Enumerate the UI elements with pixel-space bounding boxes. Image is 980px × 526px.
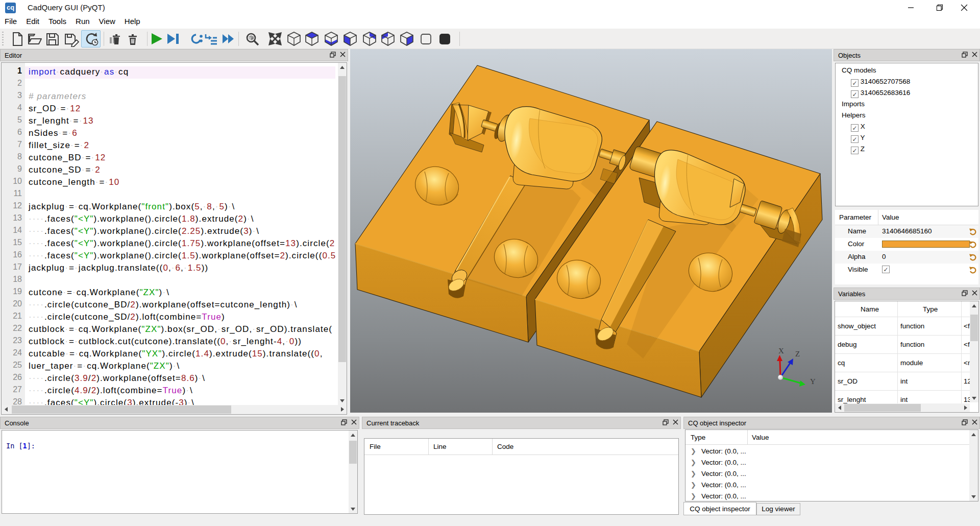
tree-item-z[interactable]: ✓ Z	[851, 145, 865, 156]
tree-item-x[interactable]: ✓ X	[851, 123, 865, 134]
menu-view[interactable]: View	[94, 15, 120, 29]
save-button[interactable]	[42, 30, 62, 47]
checkbox[interactable]: ✓	[851, 79, 859, 87]
console-vscrollbar-thumb[interactable]	[349, 441, 357, 464]
objects-tree[interactable]: CQ models✓ 3140652707568✓ 3140652683616I…	[835, 63, 978, 206]
objects-dock-title[interactable]: Objects	[834, 49, 980, 61]
close-panel-icon[interactable]	[673, 419, 678, 425]
menu-tools[interactable]: Tools	[44, 15, 71, 29]
view-iso-button[interactable]	[284, 30, 304, 47]
tree-item-y[interactable]: ✓ Y	[851, 134, 865, 145]
3d-viewport[interactable]: X Z Y	[350, 49, 832, 413]
inspector-header-type[interactable]: Type	[691, 434, 705, 441]
continue-button[interactable]	[218, 30, 237, 47]
inspector-header-value[interactable]: Value	[752, 434, 769, 441]
inspector-row[interactable]: Vector: (0.0, ...	[701, 481, 746, 489]
float-panel-icon[interactable]	[330, 52, 336, 58]
scrollbar-arrow[interactable]	[835, 403, 844, 412]
expand-chevron-icon[interactable]: ❯	[691, 492, 696, 500]
code-editor[interactable]: 1234567891011121314151617181920212223242…	[1, 62, 347, 415]
inspector-row[interactable]: Vector: (0.0, ...	[701, 447, 746, 455]
toolbar-drag-handle[interactable]	[2, 32, 4, 46]
menu-help[interactable]: Help	[120, 15, 145, 29]
scrollbar-thumb[interactable]	[970, 315, 978, 341]
property-value[interactable]: 3140646685160	[882, 227, 932, 235]
open-file-button[interactable]	[24, 30, 44, 47]
undo-button[interactable]	[968, 240, 977, 249]
scrollbar-arrow[interactable]	[349, 505, 357, 513]
inspector-vscrollbar[interactable]	[969, 430, 978, 501]
variables-hscrollbar[interactable]	[835, 403, 970, 412]
save-as-button[interactable]	[61, 30, 81, 47]
title-bar[interactable]: cq CadQuery GUI (PyQT)	[0, 0, 980, 15]
editor-dock-title[interactable]: Editor	[0, 49, 348, 61]
scrollbar-arrow[interactable]	[970, 394, 978, 402]
scrollbar-arrow[interactable]	[338, 63, 347, 71]
checkbox[interactable]: ✓	[851, 90, 859, 98]
tab-cq-object-inspector[interactable]: CQ object inspector	[683, 502, 756, 515]
zoom-fit-button[interactable]	[242, 30, 262, 47]
variable-name[interactable]: debug	[838, 341, 857, 348]
shaded-view-button[interactable]	[435, 30, 454, 47]
expand-chevron-icon[interactable]: ❯	[691, 481, 696, 489]
scrollbar-thumb[interactable]	[844, 404, 921, 412]
delete-rendered-button[interactable]	[105, 30, 124, 47]
restore-button[interactable]	[928, 0, 951, 15]
color-swatch[interactable]	[882, 241, 970, 248]
close-panel-icon[interactable]	[972, 419, 977, 425]
traceback-header-line[interactable]: Line	[433, 443, 447, 450]
scrollbar-arrow[interactable]	[969, 492, 978, 501]
editor-hscrollbar-thumb[interactable]	[12, 405, 231, 414]
tab-log-viewer[interactable]: Log viewer	[756, 503, 800, 515]
undo-button[interactable]	[968, 227, 977, 236]
float-panel-icon[interactable]	[962, 52, 968, 58]
fit-all-button[interactable]	[265, 30, 285, 47]
traceback-header-code[interactable]: Code	[497, 443, 513, 450]
close-panel-icon[interactable]	[340, 52, 346, 57]
expand-chevron-icon[interactable]: ❯	[691, 470, 696, 477]
view-back-button[interactable]	[360, 30, 379, 47]
scrollbar-arrow[interactable]	[969, 430, 978, 439]
menu-file[interactable]: File	[0, 15, 21, 29]
view-right-button[interactable]	[397, 30, 416, 47]
float-panel-icon[interactable]	[962, 419, 968, 425]
menu-run[interactable]: Run	[71, 15, 94, 29]
close-panel-icon[interactable]	[972, 52, 977, 57]
close-panel-icon[interactable]	[351, 419, 357, 425]
traceback-header-file[interactable]: File	[370, 443, 381, 450]
editor-vscrollbar-thumb[interactable]	[338, 76, 346, 362]
editor-vscrollbar[interactable]	[338, 63, 347, 405]
traceback-dock-title[interactable]: Current traceback	[362, 417, 681, 429]
float-panel-icon[interactable]	[663, 419, 669, 425]
inspector-row[interactable]: Vector: (0.0, ...	[701, 470, 746, 477]
step-in-button[interactable]	[201, 30, 220, 47]
delete-all-button[interactable]	[123, 30, 142, 47]
traceback-table[interactable]: FileLineCode	[364, 438, 679, 515]
console-area[interactable]: In [1]:	[2, 430, 358, 514]
view-top-button[interactable]	[302, 30, 322, 47]
view-bottom-button[interactable]	[322, 30, 341, 47]
autoreload-toggled-button[interactable]	[81, 30, 101, 47]
checkbox[interactable]: ✓	[851, 147, 859, 154]
variable-name[interactable]: cq	[838, 359, 845, 367]
tree-item-imports[interactable]: Imports	[842, 100, 865, 111]
variables-dock-title[interactable]: Variables	[834, 288, 980, 300]
new-file-button[interactable]	[7, 30, 27, 47]
checkbox[interactable]: ✓	[851, 135, 859, 143]
variable-name[interactable]: sr_OD	[838, 377, 857, 385]
tree-item-3140652683616[interactable]: ✓ 3140652683616	[851, 89, 910, 100]
console-vscrollbar[interactable]	[349, 431, 357, 513]
inspector-table[interactable]: TypeValue❯Vector: (0.0, ...❯Vector: (0.0…	[685, 429, 978, 501]
scrollbar-arrow[interactable]	[349, 431, 357, 439]
object-properties-grid[interactable]: ParameterValueName3140646685160ColorAlph…	[835, 210, 978, 284]
visible-checkbox[interactable]: ✓	[882, 266, 890, 273]
tree-item-3140652707568[interactable]: ✓ 3140652707568	[851, 78, 910, 89]
view-left-button[interactable]	[378, 30, 398, 47]
code-text-area[interactable]: import·cadquery·as·cq# parameterssr_OD·=…	[25, 63, 335, 405]
expand-chevron-icon[interactable]: ❯	[691, 447, 696, 455]
inspector-row[interactable]: Vector: (0.0, ...	[701, 492, 746, 500]
scrollbar-arrow[interactable]	[970, 301, 978, 310]
wireframe-view-button[interactable]	[416, 30, 435, 47]
scrollbar-arrow[interactable]	[2, 405, 10, 414]
variables-vscrollbar[interactable]	[970, 301, 978, 402]
